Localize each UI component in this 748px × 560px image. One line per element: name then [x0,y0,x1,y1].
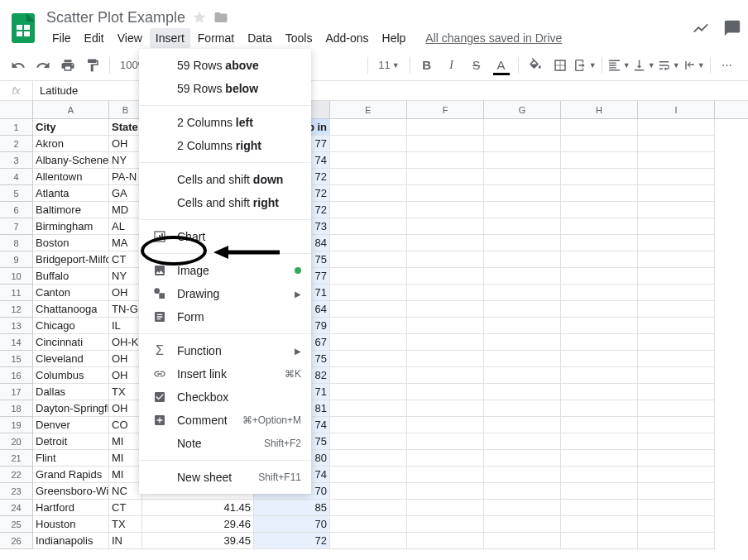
cell[interactable] [561,235,638,251]
text-rotation-button[interactable]: ▼ [682,54,705,77]
cell[interactable]: AL [109,218,142,235]
cell[interactable] [638,533,715,549]
menu-cols-right[interactable]: 2 Columns right [139,134,311,157]
row-header[interactable]: 4 [0,169,33,185]
cell[interactable] [407,185,484,202]
cell[interactable] [330,285,407,301]
cell[interactable] [330,334,407,351]
cell[interactable]: Cincinnati [33,334,109,351]
menu-rows-below[interactable]: 59 Rows below [139,77,311,100]
cell[interactable]: OH [109,285,142,301]
col-header-e[interactable]: E [330,101,407,118]
cell[interactable]: Grand Rapids [33,467,109,483]
cell[interactable] [407,433,484,450]
row-header[interactable]: 8 [0,235,33,251]
cell[interactable]: 85 [254,500,330,516]
cell[interactable] [484,136,561,152]
row-header[interactable]: 10 [0,268,33,285]
cell[interactable] [561,218,638,235]
cell[interactable] [407,334,484,351]
cell[interactable] [407,450,484,467]
cell[interactable] [561,384,638,400]
cell[interactable] [407,318,484,334]
redo-button[interactable] [31,54,55,77]
v-align-button[interactable]: ▼ [632,54,655,77]
cell[interactable] [561,285,638,301]
row-header[interactable]: 7 [0,218,33,235]
cell[interactable]: CO [109,417,142,433]
cell[interactable]: 70 [254,516,330,533]
cell[interactable] [407,400,484,417]
cell[interactable]: Birmingham [33,218,109,235]
italic-button[interactable]: I [440,54,463,77]
cell[interactable] [561,351,638,367]
cell[interactable] [561,334,638,351]
cell[interactable]: MA [109,235,142,251]
bold-button[interactable]: B [415,54,439,77]
cell[interactable]: TX [109,516,142,533]
row-header[interactable]: 3 [0,152,33,169]
document-title[interactable]: Scatter Plot Example [46,9,185,26]
cell[interactable] [638,384,715,400]
cell[interactable] [638,301,715,318]
cell[interactable] [484,169,561,185]
cell[interactable] [638,334,715,351]
cell[interactable]: TN-G [109,301,142,318]
explore-icon[interactable] [692,19,710,37]
cell[interactable] [330,351,407,367]
row-header[interactable]: 25 [0,516,33,533]
row-header[interactable]: 18 [0,400,33,417]
cell[interactable]: Greensboro-Wi [33,483,109,500]
cell[interactable] [407,483,484,500]
menu-function[interactable]: ΣFunction▶ [139,339,311,362]
cell[interactable] [330,516,407,533]
cell[interactable] [484,318,561,334]
cell[interactable]: Baltimore [33,202,109,218]
cell[interactable] [484,500,561,516]
cell[interactable] [330,500,407,516]
cell[interactable] [638,136,715,152]
cell[interactable] [484,119,561,136]
star-icon[interactable] [192,10,207,25]
fill-color-button[interactable] [524,54,547,77]
cell[interactable]: Dayton-Springfi [33,400,109,417]
cell[interactable]: Columbus [33,367,109,384]
menu-image[interactable]: Image [139,259,311,282]
cell[interactable] [638,185,715,202]
cell[interactable] [330,467,407,483]
cell[interactable] [638,433,715,450]
select-all-corner[interactable] [0,101,33,118]
cell[interactable] [561,301,638,318]
cell[interactable] [330,152,407,169]
cell[interactable] [484,400,561,417]
cell[interactable] [484,202,561,218]
menu-edit[interactable]: Edit [79,28,110,48]
cell[interactable]: NY [109,268,142,285]
more-toolbar-button[interactable]: ⋯ [716,54,739,77]
cell[interactable] [407,202,484,218]
cell[interactable] [638,268,715,285]
sheets-logo[interactable] [7,12,40,45]
cell[interactable] [638,500,715,516]
cell[interactable] [330,301,407,318]
cell[interactable] [484,301,561,318]
cell[interactable] [561,119,638,136]
cell[interactable] [407,516,484,533]
menu-form[interactable]: Form [139,305,311,328]
text-color-button[interactable]: A [490,54,513,77]
font-size-dropdown[interactable]: 11▼ [373,59,404,71]
cell[interactable]: Dallas [33,384,109,400]
row-header[interactable]: 16 [0,367,33,384]
col-header-a[interactable]: A [33,101,109,118]
col-header-h[interactable]: H [561,101,638,118]
cell[interactable] [407,417,484,433]
cell[interactable]: Houston [33,516,109,533]
cell[interactable]: Canton [33,285,109,301]
row-header[interactable]: 17 [0,384,33,400]
menu-new-sheet[interactable]: New sheetShift+F11 [139,466,311,489]
cell[interactable]: Allentown [33,169,109,185]
cell[interactable] [407,169,484,185]
menu-drawing[interactable]: Drawing▶ [139,282,311,305]
cell[interactable]: Flint [33,450,109,467]
cell[interactable]: GA [109,185,142,202]
